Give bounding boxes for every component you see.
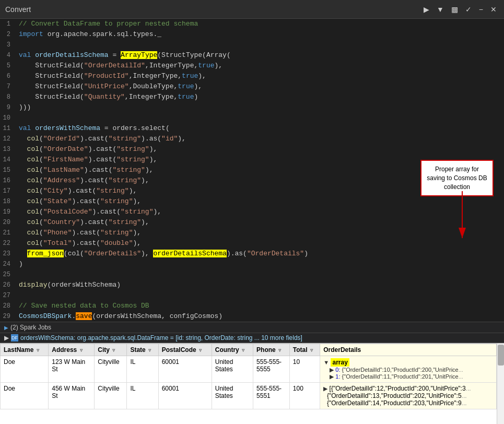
header-lastname[interactable]: LastName ▿	[1, 344, 49, 356]
code-line-28: 28 // Save nested data to Cosmos DB	[0, 301, 504, 311]
cell-state: IL	[127, 383, 158, 409]
table-row: Doe 456 W MainSt Cityville IL 60001 Unit…	[1, 383, 497, 409]
cell-city: Cityville	[95, 356, 127, 383]
cell-phone: 555-555-5555	[253, 356, 290, 383]
code-line-11: 11 val ordersWithSchema = orders.select(	[0, 123, 504, 134]
code-line-3: 3	[0, 40, 504, 50]
code-line-12: 12 col("OrderId").cast("string").as("id"…	[0, 134, 504, 144]
results-table: LastName ▿ Address ▿ City ▿ State ▿ Post…	[0, 344, 497, 409]
code-line-5: 5 StructField("OrderDetailId",IntegerTyp…	[0, 61, 504, 71]
code-editor: Proper array for saving to Cosmos DB col…	[0, 19, 504, 322]
cell-city: Cityville	[95, 383, 127, 409]
table-row: Doe 123 W MainSt Cityville IL 60001 Unit…	[1, 356, 497, 383]
chart-button[interactable]: ▩	[449, 4, 460, 15]
code-line-7: 7 StructField("UnitPrice",DoubleType,tru…	[0, 81, 504, 92]
code-line-1: 1 // Convert DataFrame to proper nested …	[0, 19, 504, 29]
expand-array-icon[interactable]: ▼	[323, 359, 329, 366]
code-line-6: 6 StructField("ProductId",IntegerType,tr…	[0, 71, 504, 81]
run-button[interactable]: ▶	[421, 4, 431, 15]
array-item-1: ▶ 1: {"OrderDetailId":11,"ProductId":201…	[323, 373, 493, 380]
code-line-25: 25	[0, 269, 504, 280]
array-item-bracket-1: {"OrderDetailId":13,"ProductId":202,"Uni…	[323, 392, 493, 399]
header-country[interactable]: Country ▿	[212, 344, 253, 356]
cell-lastname: Doe	[1, 356, 49, 383]
cell-postalcode: 60001	[158, 356, 212, 383]
dataframe-icon: DF	[11, 334, 18, 341]
code-line-20: 20 col("Country").cast("string"),	[0, 217, 504, 228]
spark-expand-icon[interactable]: ▶	[4, 325, 8, 331]
code-line-19: 19 col("PostalCode").cast("string"),	[0, 207, 504, 217]
header-city[interactable]: City ▿	[95, 344, 127, 356]
cell-lastname: Doe	[1, 383, 49, 409]
code-line-2: 2 import org.apache.spark.sql.types._	[0, 29, 504, 40]
cell-postalcode: 60001	[158, 383, 212, 409]
spark-jobs-bar: ▶ (2) Spark Jobs	[0, 322, 504, 333]
code-line-24: 24 )	[0, 259, 504, 269]
code-line-13: 13 col("OrderDate").cast("string"),	[0, 144, 504, 155]
schema-info-bar: ▶ DF ordersWithSchema: org.apache.spark.…	[0, 333, 504, 343]
header-address[interactable]: Address ▿	[49, 344, 95, 356]
cell-state: IL	[127, 356, 158, 383]
cell-address: 456 W MainSt	[49, 383, 95, 409]
code-line-29: 29 CosmosDBSpark.save(ordersWithSchema, …	[0, 311, 504, 322]
header-state[interactable]: State ▿	[127, 344, 158, 356]
toolbar: Convert ▶ ▼ ▩ ✓ − ✕	[0, 0, 504, 19]
code-line-26: 26 display(ordersWithSchema)	[0, 280, 504, 290]
code-line-27: 27	[0, 290, 504, 301]
code-line-18: 18 col("State").cast("string"),	[0, 196, 504, 207]
minimize-button[interactable]: −	[477, 4, 485, 15]
header-orderdetails[interactable]: OrderDetails	[320, 344, 497, 356]
cell-total: 10	[289, 356, 320, 383]
cell-phone: 555-555-5551	[253, 383, 290, 409]
code-line-10: 10	[0, 113, 504, 123]
array-item-bracket-2: {"OrderDetailId":14,"ProductId":203,"Uni…	[323, 399, 493, 407]
header-postalcode[interactable]: PostalCode ▿	[158, 344, 212, 356]
close-button[interactable]: ✕	[488, 4, 499, 15]
run-dropdown-button[interactable]: ▼	[435, 4, 446, 15]
cell-country: UnitedStates	[212, 383, 253, 409]
schema-label: ordersWithSchema: org.apache.spark.sql.D…	[20, 334, 302, 341]
cell-address: 123 W MainSt	[49, 356, 95, 383]
array-item-bracket-0: ▶ [{"OrderDetailId":12,"ProductId":200,"…	[323, 385, 493, 392]
code-line-22: 22 col("Total").cast("double"),	[0, 238, 504, 249]
table-header-row: LastName ▿ Address ▿ City ▿ State ▿ Post…	[1, 344, 497, 356]
toolbar-title: Convert	[5, 5, 31, 14]
cell-total: 100	[289, 383, 320, 409]
code-line-8: 8 StructField("Quantity",IntegerType,tru…	[0, 92, 504, 102]
cell-orderdetails: ▼ array ▶ 0: {"OrderDetailId":10,"Produc…	[320, 356, 497, 383]
code-line-21: 21 col("Phone").cast("string"),	[0, 228, 504, 238]
header-phone[interactable]: Phone ▿	[253, 344, 290, 356]
code-line-9: 9 )))	[0, 102, 504, 113]
code-line-4: 4 val orderDetailsSchema = ArrayType(Str…	[0, 50, 504, 61]
code-line-23: 23 from_json(col("OrderDetails"), orderD…	[0, 249, 504, 259]
cell-country: UnitedStates	[212, 356, 253, 383]
schema-expand-icon[interactable]: ▶	[4, 334, 9, 341]
array-label: array	[331, 358, 349, 367]
array-item-0: ▶ 0: {"OrderDetailId":10,"ProductId":200…	[323, 367, 493, 373]
annotation-box: Proper array for saving to Cosmos DB col…	[420, 160, 494, 196]
vertical-scrollbar[interactable]	[497, 344, 504, 424]
cell-orderdetails-2: ▶ [{"OrderDetailId":12,"ProductId":200,"…	[320, 383, 497, 409]
annotation-text: Proper array for saving to Cosmos DB col…	[427, 166, 487, 191]
bottom-section: ▶ (2) Spark Jobs ▶ DF ordersWithSchema: …	[0, 322, 504, 424]
header-total[interactable]: Total ▿	[289, 344, 320, 356]
spark-jobs-label: (2) Spark Jobs	[10, 324, 51, 331]
data-table-container: LastName ▿ Address ▿ City ▿ State ▿ Post…	[0, 343, 504, 424]
check-button[interactable]: ✓	[463, 4, 474, 15]
